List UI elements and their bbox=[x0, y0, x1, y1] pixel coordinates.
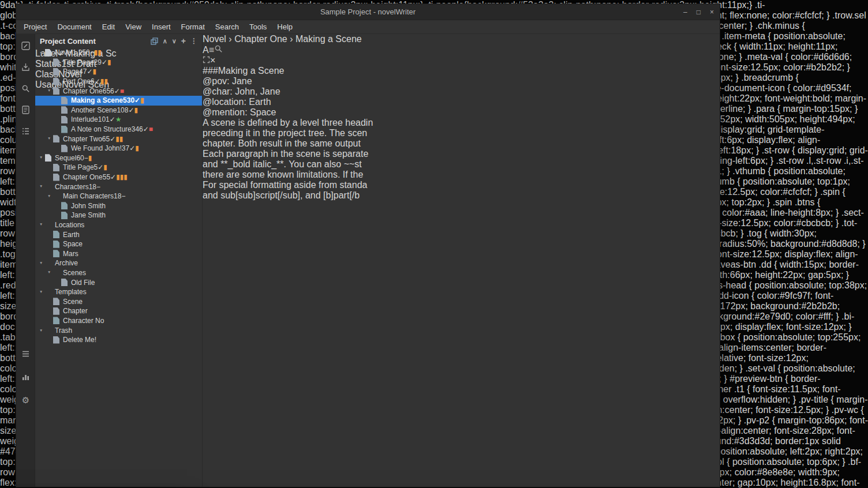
tree-item[interactable]: Chapter One55✓▮▮▮ bbox=[35, 172, 202, 182]
tree-expand-icon[interactable]: ▼ bbox=[47, 271, 53, 275]
tree-item[interactable]: ▼Sequel60−▮ bbox=[35, 153, 202, 163]
menu-help[interactable]: Help bbox=[272, 21, 298, 33]
chevron-down-icon[interactable]: ∨ bbox=[172, 37, 177, 45]
active-checkbox-icon: ✓ bbox=[143, 125, 149, 133]
typography-icon[interactable]: A bbox=[203, 45, 209, 55]
menu-tools[interactable]: Tools bbox=[244, 21, 272, 33]
search-icon[interactable] bbox=[21, 84, 31, 93]
text-segment: there are some known limitations. If the bbox=[203, 170, 363, 179]
tree-item[interactable]: Making a Scene530✓▮ bbox=[35, 96, 202, 106]
menu-insert[interactable]: Insert bbox=[147, 21, 176, 33]
document-body: A scene is defined by a level three head… bbox=[203, 118, 373, 201]
document-editor[interactable]: ###Making a Scene @pov: Jane@char: John,… bbox=[203, 66, 373, 201]
note-icon bbox=[53, 241, 59, 248]
tree-item[interactable]: Jane Smith bbox=[35, 211, 202, 220]
search-icon[interactable] bbox=[214, 44, 223, 55]
tree-item-label: Part One bbox=[63, 77, 91, 85]
copy-icon[interactable] bbox=[151, 37, 158, 45]
close-icon[interactable]: × bbox=[710, 8, 714, 16]
tree-item[interactable]: Old File bbox=[35, 277, 202, 287]
tree-item[interactable]: We Found John!37✓▮ bbox=[35, 144, 202, 153]
menu-search[interactable]: Search bbox=[210, 21, 244, 33]
tree-expand-icon[interactable]: ▼ bbox=[39, 156, 44, 160]
tree-expand-icon[interactable]: ▼ bbox=[47, 137, 53, 141]
maximize-icon[interactable]: □ bbox=[697, 8, 701, 16]
kebab-menu-icon[interactable]: ⋮ bbox=[190, 37, 197, 45]
status-flag-icon: ▮ bbox=[134, 106, 138, 114]
text-line: preceding it in the project tree. The sc… bbox=[203, 128, 373, 138]
tree-item[interactable]: ▼Archive bbox=[35, 258, 202, 268]
tree-item[interactable]: Chapter bbox=[35, 306, 202, 316]
menu-project[interactable]: Project bbox=[18, 21, 52, 33]
tree-item[interactable]: ▼Locations bbox=[35, 220, 202, 230]
tree-item[interactable]: ▼Novel1,250−▮▮ bbox=[35, 48, 202, 58]
tree-item[interactable]: Title Page29✓▮ bbox=[35, 58, 202, 67]
minimize-icon[interactable]: – bbox=[683, 8, 687, 16]
edit-document-icon[interactable] bbox=[21, 41, 31, 51]
tree-item-label: Interlude bbox=[71, 115, 98, 123]
tree-item[interactable]: Title Page5✓▮ bbox=[35, 163, 202, 172]
settings-icon[interactable]: ⚙ bbox=[21, 395, 31, 405]
tree-item[interactable]: ▼Trash bbox=[35, 325, 202, 335]
tree-item[interactable]: Mars bbox=[35, 249, 202, 258]
tree-item[interactable]: ▼Templates bbox=[35, 287, 202, 297]
chevron-up-icon[interactable]: ∧ bbox=[163, 37, 167, 45]
tree-item[interactable]: Page47✓▮ bbox=[35, 67, 202, 77]
tree-expand-icon[interactable]: ▼ bbox=[39, 328, 44, 332]
tree-item[interactable]: Space bbox=[35, 239, 202, 249]
tree-item[interactable]: John Smith bbox=[35, 201, 202, 211]
tree-item-label: Characters bbox=[55, 183, 89, 191]
tree-expand-icon[interactable]: ▼ bbox=[39, 290, 44, 294]
status-flag-icon: ▮ bbox=[135, 144, 139, 152]
text-segment: preceding it in the project tree. The sc… bbox=[203, 128, 367, 138]
outline-icon[interactable] bbox=[21, 126, 31, 136]
list-icon[interactable] bbox=[21, 349, 31, 359]
tree-item[interactable]: Character No bbox=[35, 316, 202, 326]
menu-document[interactable]: Document bbox=[52, 21, 96, 33]
menu-view[interactable]: View bbox=[120, 21, 147, 33]
tree-expand-icon[interactable]: ▼ bbox=[39, 261, 44, 265]
file-icon bbox=[61, 97, 68, 104]
close-document-icon[interactable]: × bbox=[210, 55, 215, 65]
tree-expand-icon[interactable]: ▼ bbox=[47, 194, 53, 198]
folder-icon bbox=[53, 193, 59, 200]
outline-list-icon[interactable]: ≡ bbox=[209, 45, 214, 55]
tag-value-link[interactable]: Space bbox=[250, 107, 276, 117]
tree-item-label: Title Page bbox=[63, 163, 94, 171]
tree-item-label: Scene bbox=[63, 298, 83, 306]
document-details-icon[interactable] bbox=[21, 105, 31, 115]
tree-expand-icon[interactable]: ▼ bbox=[39, 223, 44, 227]
tag-value-link[interactable]: Earth bbox=[249, 97, 271, 107]
maximize-view-icon[interactable] bbox=[203, 55, 210, 65]
tree-item[interactable]: ▼Chapter One656✓■ bbox=[35, 86, 202, 96]
book-icon bbox=[45, 154, 51, 162]
tree-item[interactable]: Interlude101✓★ bbox=[35, 115, 202, 125]
tree-item[interactable]: ▼Scenes bbox=[35, 268, 202, 278]
menu-edit[interactable]: Edit bbox=[97, 21, 120, 33]
tree-item[interactable]: A Note on Structure346✓■ bbox=[35, 125, 202, 134]
stats-icon[interactable] bbox=[21, 372, 31, 382]
note-icon bbox=[53, 231, 59, 238]
import-icon[interactable] bbox=[21, 62, 31, 72]
project-panel-title: Project Content bbox=[40, 37, 96, 46]
tree-expand-icon[interactable]: ▼ bbox=[39, 51, 44, 55]
tree-item[interactable]: Delete Me! bbox=[35, 335, 202, 345]
paragraph: For special formatting aside from standa… bbox=[203, 180, 373, 201]
main-titlebar[interactable]: Sample Project - novelWriter – □ × bbox=[16, 4, 720, 20]
tree-item[interactable]: Earth bbox=[35, 230, 202, 239]
tree-item[interactable]: ▼Chapter Two65✓▮▮ bbox=[35, 134, 202, 144]
tree-item-label: Space bbox=[63, 240, 83, 248]
tree-item[interactable]: Part One6✓▮▮ bbox=[35, 77, 202, 87]
tree-item[interactable]: ▼Main Characters18− bbox=[35, 192, 202, 201]
file-icon bbox=[53, 135, 59, 142]
tree-item[interactable]: Scene bbox=[35, 296, 202, 306]
tree-expand-icon[interactable]: ▼ bbox=[39, 185, 44, 189]
menu-format[interactable]: Format bbox=[176, 21, 210, 33]
plus-icon[interactable]: + bbox=[181, 36, 186, 46]
tag-value-link[interactable]: John, Jane bbox=[235, 87, 280, 96]
tree-item[interactable]: Another Scene108✓▮ bbox=[35, 106, 202, 115]
tree-expand-icon[interactable]: ▼ bbox=[47, 89, 53, 93]
tree-item[interactable]: ▼Characters18− bbox=[35, 182, 202, 192]
tag-value-link[interactable]: Jane bbox=[232, 76, 252, 86]
tree-item-label: Archive bbox=[55, 259, 78, 267]
